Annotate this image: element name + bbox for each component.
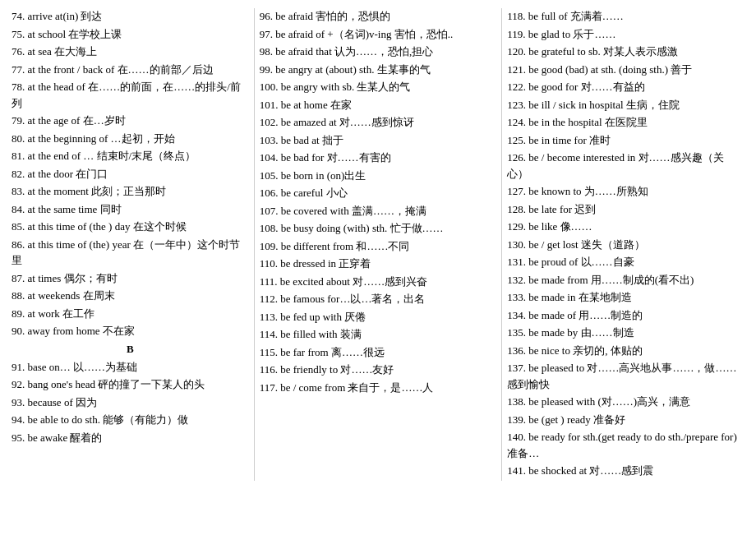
list-item: 77. at the front / back of 在……的前部／后边: [12, 62, 249, 78]
list-item: 118. be full of 充满着……: [507, 8, 744, 25]
list-item: 111. be excited about 对……感到兴奋: [260, 274, 497, 290]
list-item: 108. be busy doing (with) sth. 忙于做……: [260, 220, 497, 237]
list-item: 89. at work 在工作: [12, 306, 249, 322]
list-item: 74. arrive at(in) 到达: [12, 8, 249, 25]
list-item: 120. be grateful to sb. 对某人表示感激: [507, 44, 744, 60]
list-item: 110. be dressed in 正穿着: [260, 256, 497, 272]
list-item: 123. be ill / sick in hospital 生病，住院: [507, 97, 744, 113]
main-content: 74. arrive at(in) 到达75. at school 在学校上课7…: [7, 8, 749, 481]
list-item: 135. be made by 由……制造: [507, 325, 744, 341]
list-item: 134. be made of 用……制造的: [507, 307, 744, 324]
list-item: 107. be covered with 盖满……，掩满: [260, 203, 497, 219]
list-item: 92. bang one's head 砰的撞了一下某人的头: [12, 376, 249, 393]
list-item: 141. be shocked at 对……感到震: [507, 463, 744, 479]
list-item: 114. be filled with 装满: [260, 326, 497, 343]
list-item: 103. be bad at 拙于: [260, 132, 497, 149]
column-1: 74. arrive at(in) 到达75. at school 在学校上课7…: [7, 8, 255, 481]
list-item: 86. at this time of (the) year 在（一年中）这个时…: [12, 237, 249, 269]
list-item: 78. at the head of 在……的前面，在……的排头/前列: [12, 79, 249, 111]
list-item: 96. be afraid 害怕的，恐惧的: [260, 8, 497, 25]
list-item: 106. be careful 小心: [260, 185, 497, 201]
list-item: 88. at weekends 在周末: [12, 288, 249, 304]
list-item: 95. be awake 醒着的: [12, 430, 249, 446]
list-item: 121. be good (bad) at sth. (doing sth.) …: [507, 62, 744, 78]
list-item: 79. at the age of 在…岁时: [12, 113, 249, 129]
list-item: 128. be late for 迟到: [507, 201, 744, 218]
list-item: 113. be fed up with 厌倦: [260, 309, 497, 325]
list-item: 126. be / become interested in 对……感兴趣（关心…: [507, 150, 744, 182]
list-item: 112. be famous for…以…著名，出名: [260, 291, 497, 307]
list-item: 90. away from home 不在家: [12, 323, 249, 339]
list-item: 117. be / come from 来自于，是……人: [260, 380, 497, 396]
list-item: 80. at the beginning of …起初，开始: [12, 131, 249, 147]
list-item: 76. at sea 在大海上: [12, 44, 249, 60]
list-item: 104. be bad for 对……有害的: [260, 150, 497, 166]
list-item: 116. be friendly to 对……友好: [260, 362, 497, 378]
list-item: 94. be able to do sth. 能够（有能力）做: [12, 412, 249, 428]
list-item: 84. at the same time 同时: [12, 201, 249, 218]
list-item: 139. be (get ) ready 准备好: [507, 412, 744, 428]
list-item: 127. be known to 为……所熟知: [507, 183, 744, 200]
list-item: 124. be in the hospital 在医院里: [507, 114, 744, 131]
column-3: 118. be full of 充满着……119. be glad to 乐于……: [502, 8, 749, 481]
list-item: 101. be at home 在家: [260, 97, 497, 113]
list-item: 82. at the door 在门口: [12, 166, 249, 182]
list-item: 130. be / get lost 迷失（道路）: [507, 237, 744, 253]
list-item: 99. be angry at (about) sth. 生某事的气: [260, 62, 497, 78]
column-2: 96. be afraid 害怕的，恐惧的97. be afraid of +（…: [255, 8, 503, 481]
list-item: 131. be proud of 以……自豪: [507, 254, 744, 270]
list-item: 91. base on… 以……为基础: [12, 359, 249, 376]
list-item: 93. because of 因为: [12, 394, 249, 411]
list-item: 137. be pleased to 对……高兴地从事……，做……感到愉快: [507, 360, 744, 392]
list-item: 138. be pleased with (对……)高兴，满意: [507, 394, 744, 410]
list-item: 75. at school 在学校上课: [12, 26, 249, 43]
list-item: 109. be different from 和……不同: [260, 238, 497, 255]
list-item: 140. be ready for sth.(get ready to do s…: [507, 429, 744, 461]
list-item: 129. be like 像……: [507, 219, 744, 235]
list-item: 105. be born in (on)出生: [260, 168, 497, 184]
list-item: 125. be in time for 准时: [507, 132, 744, 149]
list-item: 119. be glad to 乐于……: [507, 26, 744, 43]
list-item: 100. be angry with sb. 生某人的气: [260, 79, 497, 95]
list-item: 102. be amazed at 对……感到惊讶: [260, 114, 497, 131]
list-item: 136. be nice to 亲切的, 体贴的: [507, 343, 744, 359]
list-item: 83. at the moment 此刻；正当那时: [12, 183, 249, 200]
list-item: 97. be afraid of +（名词)v-ing 害怕，恐怕..: [260, 26, 497, 43]
list-item: 85. at this time of (the ) day 在这个时候: [12, 219, 249, 235]
list-item: 87. at times 偶尔；有时: [12, 270, 249, 287]
list-item: 133. be made in 在某地制造: [507, 289, 744, 306]
list-item: 81. at the end of … 结束时/末尾（终点）: [12, 148, 249, 164]
list-item: 122. be good for 对……有益的: [507, 79, 744, 95]
section-header: B: [12, 343, 249, 356]
list-item: 132. be made from 用……制成的(看不出): [507, 272, 744, 288]
list-item: 115. be far from 离……很远: [260, 344, 497, 361]
list-item: 98. be afraid that 认为……，恐怕,担心: [260, 44, 497, 60]
